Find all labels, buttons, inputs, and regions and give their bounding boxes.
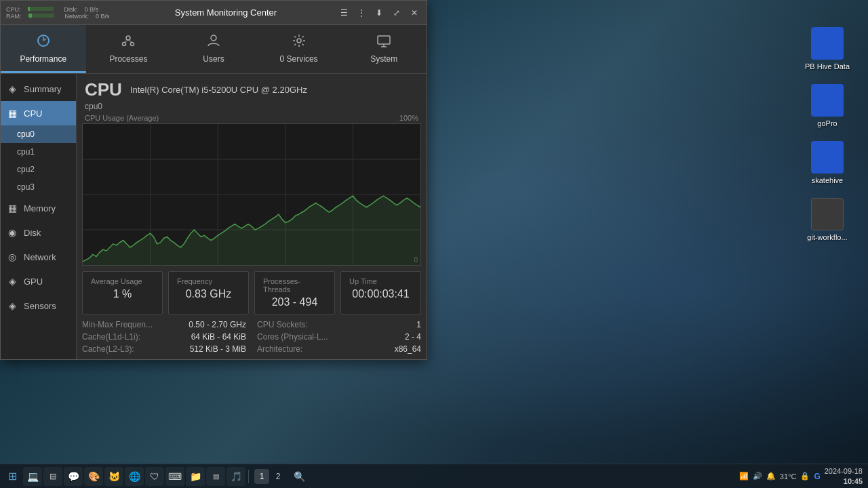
taskbar-app-terminal[interactable]: 💻 xyxy=(23,467,42,486)
taskbar-right: 📶 🔊 🔔 31°C 🔒 G 2024-09-18 10:45 xyxy=(739,466,865,486)
arch-key: Architecture: xyxy=(257,344,302,354)
info-row-cores: Cores (Physical-L... 2 - 4 xyxy=(257,332,421,342)
taskbar-app-brave[interactable]: 🛡 xyxy=(145,467,164,486)
desktop-icon-gopro[interactable]: goPro xyxy=(800,84,854,127)
download-button[interactable]: ⬇ xyxy=(372,6,386,20)
close-button[interactable]: ✕ xyxy=(408,6,421,20)
disk-value: 0 B/s xyxy=(85,6,99,13)
taskbar-start-button[interactable]: ⊞ xyxy=(3,467,22,486)
desktop-icon-skatehive[interactable]: skatehive xyxy=(800,141,854,184)
cache-l23-key: Cache(L2-L3): xyxy=(82,344,134,354)
stat-box-avg-usage: Average Usage 1 % xyxy=(82,271,163,314)
taskbar-search-button[interactable]: 🔍 xyxy=(290,467,309,486)
avg-usage-value: 1 % xyxy=(91,288,154,300)
taskbar-app-gimp[interactable]: 🎨 xyxy=(84,467,103,486)
taskbar-app-github[interactable]: 🐱 xyxy=(104,467,123,486)
sidebar-item-cpu[interactable]: ▦ CPU xyxy=(1,101,76,125)
sensors-icon: ◈ xyxy=(6,300,18,311)
cores-key: Cores (Physical-L... xyxy=(257,332,328,342)
sidebar-item-sensors[interactable]: ◈ Sensors xyxy=(1,293,76,318)
google-icon: G xyxy=(814,472,820,481)
taskbar-app-browser[interactable]: 🌐 xyxy=(125,467,144,486)
workspace-2[interactable]: 2 xyxy=(271,469,285,484)
info-col-left: Min-Max Frequen... 0.50 - 2.70 GHz Cache… xyxy=(82,320,246,354)
cpu-icon: ▦ xyxy=(6,108,18,119)
svg-point-2 xyxy=(123,42,126,45)
tab-services[interactable]: 0 Services xyxy=(256,25,342,73)
taskbar-app-folder[interactable]: 📁 xyxy=(186,467,205,486)
volume-icon: 🔊 xyxy=(753,472,762,481)
info-col-right: CPU Sockets: 1 Cores (Physical-L... 2 - … xyxy=(257,320,421,354)
sidebar-subitem-cpu1[interactable]: cpu1 xyxy=(1,143,76,161)
disk-label: Disk: xyxy=(64,6,78,13)
menu-button[interactable]: ☰ xyxy=(337,6,351,20)
taskbar-app-taskbar2[interactable]: ▤ xyxy=(206,467,225,486)
sidebar-subitem-cpu2[interactable]: cpu2 xyxy=(1,161,76,178)
frequency-value: 0.83 GHz xyxy=(177,288,240,300)
tab-processes-label: Processes xyxy=(109,54,147,64)
temperature-display: 31°C xyxy=(780,472,797,481)
sidebar-label-memory: Memory xyxy=(24,203,56,214)
sidebar-label-network: Network xyxy=(24,252,56,262)
disk-icon: ◉ xyxy=(6,227,18,238)
cpu1-label: cpu1 xyxy=(17,147,35,157)
sidebar-item-memory[interactable]: ▦ Memory xyxy=(1,196,76,220)
lock-icon: 🔒 xyxy=(800,472,810,481)
info-row-sockets: CPU Sockets: 1 xyxy=(257,320,421,329)
cpu-name: Intel(R) Core(TM) i5-5200U CPU @ 2.20GHz xyxy=(130,85,307,95)
tab-users[interactable]: Users xyxy=(171,25,256,73)
gpu-icon: ◈ xyxy=(6,276,18,287)
performance-icon xyxy=(36,33,51,52)
summary-icon: ◈ xyxy=(6,83,18,94)
network-value: 0 B/s xyxy=(96,13,110,20)
tab-users-label: Users xyxy=(203,54,224,64)
stat-box-uptime: Up Time 00:00:03:41 xyxy=(340,271,421,314)
uptime-value: 00:00:03:41 xyxy=(349,288,412,300)
cpu-graph: 0 xyxy=(82,123,421,266)
cores-val: 2 - 4 xyxy=(405,332,421,342)
svg-point-3 xyxy=(131,42,134,45)
main-panel: CPU cpu0 Intel(R) Core(TM) i5-5200U CPU … xyxy=(77,74,427,359)
expand-button[interactable]: ⤢ xyxy=(390,6,403,20)
cpu-title: CPU xyxy=(85,79,122,100)
desktop-icon-img xyxy=(811,141,844,174)
tab-system[interactable]: System xyxy=(341,25,427,73)
cpu-subtitle: cpu0 xyxy=(85,102,122,111)
desktop-icon-git-workflow[interactable]: git-workflo... xyxy=(800,198,854,241)
info-row-cache-l1: Cache(L1d-L1i): 64 KiB - 64 KiB xyxy=(82,332,246,342)
notification-icon: 🔔 xyxy=(766,472,776,481)
taskbar-app-files[interactable]: ▤ xyxy=(43,467,62,486)
taskbar-clock: 2024-09-18 10:45 xyxy=(825,466,863,486)
memory-icon: ▦ xyxy=(6,203,18,214)
graph-label-text: CPU Usage (Average) xyxy=(85,114,159,122)
workspace-1[interactable]: 1 xyxy=(254,469,269,484)
sidebar-item-gpu[interactable]: ◈ GPU xyxy=(1,269,76,293)
cpu-header: CPU cpu0 Intel(R) Core(TM) i5-5200U CPU … xyxy=(77,74,427,114)
avg-usage-label: Average Usage xyxy=(91,277,154,285)
taskbar-app-music[interactable]: 🎵 xyxy=(226,467,245,486)
cache-l23-val: 512 KiB - 3 MiB xyxy=(190,344,246,354)
cpu0-label: cpu0 xyxy=(17,129,35,139)
taskbar-app-vscode[interactable]: ⌨ xyxy=(165,467,184,486)
sockets-key: CPU Sockets: xyxy=(257,320,308,329)
taskbar-app-discord[interactable]: 💬 xyxy=(64,467,83,486)
desktop-icon-pb-hive-data[interactable]: PB Hive Data xyxy=(800,27,854,70)
desktop-icon-label: skatehive xyxy=(812,176,843,184)
ram-label: RAM: xyxy=(6,13,22,20)
taskbar: ⊞ 💻 ▤ 💬 🎨 🐱 🌐 🛡 ⌨ 📁 ▤ 🎵 1 2 🔍 📶 🔊 🔔 31°C… xyxy=(0,464,868,488)
freq-range-val: 0.50 - 2.70 GHz xyxy=(189,320,246,329)
sidebar-item-network[interactable]: ◎ Network xyxy=(1,245,76,269)
tab-processes[interactable]: Processes xyxy=(86,25,172,73)
svg-rect-8 xyxy=(378,36,390,44)
sidebar-subitem-cpu3[interactable]: cpu3 xyxy=(1,178,76,196)
sidebar-subitem-cpu0[interactable]: cpu0 xyxy=(1,125,76,143)
sidebar-item-disk[interactable]: ◉ Disk xyxy=(1,220,76,245)
main-toolbar: Performance Processes Users xyxy=(1,25,427,74)
more-button[interactable]: ⋮ xyxy=(355,6,368,20)
threads-label: Processes-Threads xyxy=(263,277,326,293)
svg-point-1 xyxy=(126,36,130,40)
tab-performance[interactable]: Performance xyxy=(1,25,86,73)
cpu-graph-label: CPU Usage (Average) 100% xyxy=(82,114,421,123)
desktop-icons-container: PB Hive Data goPro skatehive git-workflo… xyxy=(800,27,854,241)
sidebar-item-summary[interactable]: ◈ Summary xyxy=(1,77,76,101)
